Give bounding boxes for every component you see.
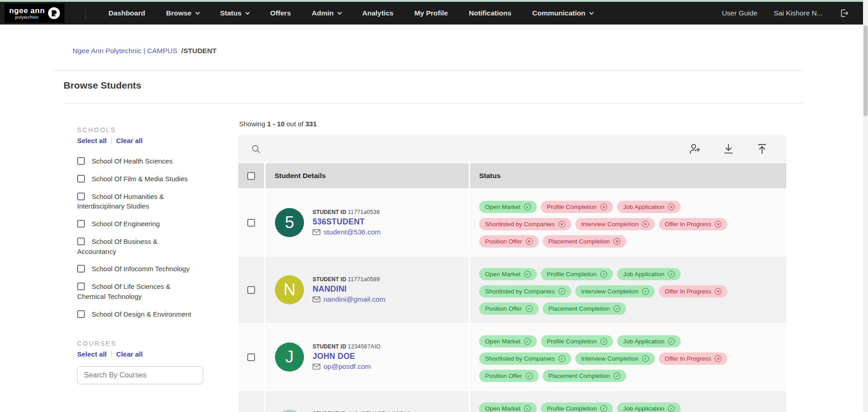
status-badge-shortlisted-by-companies[interactable]: Shortlisted by Companies✓: [479, 285, 571, 298]
student-name-link[interactable]: JOHN DOE: [313, 352, 381, 361]
status-badge-label: Offer In Progress: [665, 288, 711, 295]
school-filter-option[interactable]: School Of Film & Media Studies: [77, 174, 196, 184]
download-icon[interactable]: [722, 143, 735, 155]
status-badge-label: Profile Completion: [547, 405, 597, 412]
status-badge-job-application[interactable]: Job Application✓: [617, 268, 681, 280]
status-badge-position-offer[interactable]: Position Offer✓: [479, 370, 539, 382]
status-badge-open-market[interactable]: Open Market✓: [479, 402, 537, 412]
nav-item-offers[interactable]: Offers: [270, 9, 291, 17]
nav-item-browse[interactable]: Browse: [166, 9, 199, 17]
course-search-input[interactable]: [77, 366, 203, 384]
nav-item-admin[interactable]: Admin: [312, 9, 341, 17]
x-circle-icon: ✕: [715, 221, 721, 228]
nav-item-label: Communication: [532, 9, 585, 17]
school-checkbox[interactable]: [77, 157, 85, 165]
status-badge-open-market[interactable]: Open Market✓: [479, 335, 537, 347]
select-all-checkbox[interactable]: [247, 172, 255, 180]
check-circle-icon: ✓: [668, 405, 675, 412]
status-badge-label: Placement Completion: [549, 238, 610, 245]
school-option-label: School Of Infocomm Technology: [92, 265, 190, 273]
check-circle-icon: ✓: [559, 355, 565, 362]
school-filter-option[interactable]: School Of Business & Accountancy: [77, 237, 196, 257]
school-checkbox[interactable]: [77, 175, 85, 183]
search-icon[interactable]: [251, 144, 261, 154]
status-badge-profile-completion[interactable]: Profile Completion✕: [541, 201, 613, 213]
status-badge-placement-completion[interactable]: Placement Completion✓: [543, 370, 627, 382]
vertical-scrollbar[interactable]: [863, 0, 868, 412]
nav-item-label: Offers: [270, 9, 291, 17]
row-checkbox[interactable]: [247, 286, 255, 294]
student-name-link[interactable]: NANDINI: [313, 284, 385, 294]
status-badge-job-application[interactable]: Job Application✕: [617, 201, 681, 213]
nav-item-dashboard[interactable]: Dashboard: [108, 9, 145, 17]
courses-filter-title: COURSES: [77, 340, 209, 347]
student-name-link[interactable]: 536STUDENT: [313, 217, 381, 227]
student-email-link[interactable]: nandini@gmail.com: [324, 295, 385, 303]
status-badge-job-application[interactable]: Job Application✓: [617, 335, 681, 347]
status-badge-position-offer[interactable]: Position Offer✓: [479, 303, 539, 315]
user-guide-link[interactable]: User Guide: [722, 9, 757, 17]
nav-item-notifications[interactable]: Notifications: [469, 9, 511, 17]
student-id-line: STUDENT ID 1234567AIO: [313, 343, 381, 350]
nav-item-status[interactable]: Status: [220, 9, 249, 17]
status-badge-interview-completion[interactable]: Interview Completion✕: [575, 218, 655, 230]
school-filter-option[interactable]: School Of Health Sciences: [77, 156, 196, 166]
breadcrumb-root-link[interactable]: Ngee Ann Polytechnic | CAMPUS: [73, 47, 177, 55]
courses-select-all-link[interactable]: Select all: [77, 350, 107, 358]
student-info: STUDENT ID AY24SEM1STUHMIS18: [313, 411, 410, 412]
courses-clear-all-link[interactable]: Clear all: [116, 350, 142, 358]
status-badge-open-market[interactable]: Open Market✓: [479, 268, 537, 280]
status-badge-label: Profile Completion: [547, 271, 597, 278]
school-checkbox[interactable]: [77, 265, 85, 273]
status-badge-job-application[interactable]: Job Application✓: [617, 402, 681, 412]
status-badge-profile-completion[interactable]: Profile Completion✓: [541, 268, 613, 280]
status-badge-label: Position Offer: [485, 305, 522, 312]
status-badge-profile-completion[interactable]: Profile Completion✓: [541, 335, 613, 347]
school-filter-option[interactable]: School Of Humanities & Interdisciplinary…: [77, 192, 196, 212]
status-badge-label: Offer In Progress: [665, 221, 711, 228]
status-badge-offer-in-progress[interactable]: Offer In Progress✕: [659, 285, 728, 298]
school-checkbox[interactable]: [77, 283, 85, 290]
schools-select-all-link[interactable]: Select all: [77, 137, 107, 144]
status-badge-offer-in-progress[interactable]: Offer In Progress✕: [659, 218, 728, 230]
status-badge-profile-completion[interactable]: Profile Completion✓: [541, 402, 613, 412]
status-badge-label: Profile Completion: [547, 338, 597, 345]
scrollbar-thumb[interactable]: [863, 25, 868, 116]
add-student-icon[interactable]: [689, 143, 701, 155]
school-checkbox[interactable]: [77, 193, 85, 200]
upload-icon[interactable]: [756, 143, 768, 155]
school-filter-option[interactable]: School Of Life Sciences & Chemical Techn…: [77, 282, 196, 302]
row-checkbox[interactable]: [247, 219, 255, 227]
status-badge-interview-completion[interactable]: Interview Completion✓: [575, 285, 655, 298]
status-badge-placement-completion[interactable]: Placement Completion✕: [543, 235, 627, 248]
row-checkbox[interactable]: [247, 353, 255, 361]
status-badge-position-offer[interactable]: Position Offer✕: [479, 235, 539, 248]
school-filter-option[interactable]: School Of Infocomm Technology: [77, 264, 196, 274]
status-badge-open-market[interactable]: Open Market✓: [479, 201, 537, 213]
status-badge-shortlisted-by-companies[interactable]: Shortlisted by Companies✓: [479, 352, 571, 365]
divider: [54, 70, 804, 71]
school-checkbox[interactable]: [77, 310, 85, 318]
student-email-line: op@posdf.com: [313, 362, 381, 371]
status-badge-shortlisted-by-companies[interactable]: Shortlisted by Companies✕: [479, 218, 571, 230]
nav-item-label: Admin: [312, 9, 333, 17]
logout-icon[interactable]: [839, 8, 849, 18]
nav-item-analytics[interactable]: Analytics: [362, 9, 393, 17]
nav-item-communication[interactable]: Communication: [532, 9, 593, 17]
student-email-link[interactable]: student@536.com: [324, 228, 381, 236]
row-checkbox-cell: [238, 189, 264, 256]
student-email-link[interactable]: op@posdf.com: [324, 362, 371, 371]
current-user-menu[interactable]: Sai Kishore N...: [774, 9, 823, 17]
ngee-ann-logo[interactable]: ngee ann polytechnic: [5, 4, 64, 23]
nav-item-my-profile[interactable]: My Profile: [414, 9, 448, 17]
student-id-label: STUDENT ID: [313, 343, 348, 350]
schools-clear-all-link[interactable]: Clear all: [116, 137, 142, 144]
school-filter-option[interactable]: School Of Engineering: [77, 219, 196, 229]
status-badge-label: Job Application: [623, 271, 664, 278]
status-badge-placement-completion[interactable]: Placement Completion✓: [543, 303, 627, 315]
status-badge-offer-in-progress[interactable]: Offer In Progress✕: [659, 352, 728, 365]
school-filter-option[interactable]: School Of Design & Environment: [77, 309, 196, 319]
status-badge-interview-completion[interactable]: Interview Completion✓: [575, 352, 655, 365]
school-checkbox[interactable]: [77, 238, 85, 245]
school-checkbox[interactable]: [77, 220, 85, 228]
